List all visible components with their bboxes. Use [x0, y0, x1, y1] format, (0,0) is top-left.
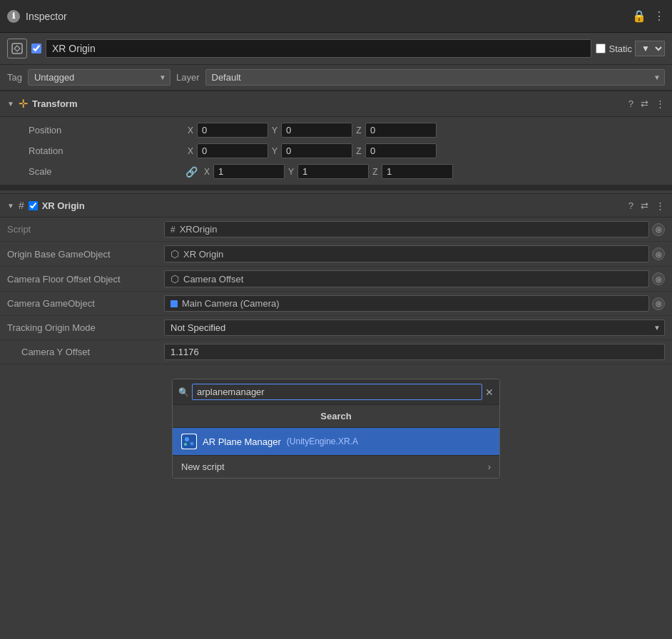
camera-floor-row: Camera Floor Offset Object ⬡ Camera Offs… [0, 267, 672, 292]
ar-plane-manager-icon [182, 434, 196, 449]
scale-label: Scale [29, 166, 185, 177]
xr-dots-icon[interactable]: ⋮ [656, 200, 665, 211]
xr-script-icon: # [19, 200, 24, 211]
camera-floor-target-btn[interactable]: ◎ [652, 272, 665, 285]
script-target-btn[interactable]: ◎ [652, 223, 665, 236]
xr-title: XR Origin [42, 200, 85, 211]
tracking-row: Tracking Origin Mode Not Specified ▼ [0, 316, 672, 340]
scale-z-input[interactable] [382, 164, 453, 179]
transform-help-icon[interactable]: ? [628, 98, 633, 109]
scale-lock-icon[interactable]: 🔗 [185, 166, 198, 178]
camera-y-input[interactable] [164, 344, 665, 360]
pos-y-label: Y [270, 126, 280, 136]
camera-y-row: Camera Y Offset [0, 340, 672, 364]
separator-1 [0, 185, 672, 190]
camera-floor-wrapper: ⬡ Camera Offset ◎ [164, 270, 665, 287]
lock-icon[interactable]: 🔒 [632, 9, 646, 23]
add-component-area: 🔍 ✕ Search AR Plane Manager (UnityEngine… [0, 364, 672, 486]
component-search-input[interactable] [192, 384, 482, 400]
rot-z-label: Z [354, 146, 364, 156]
search-label-row: Search [173, 405, 499, 428]
go-name-input[interactable] [46, 39, 591, 58]
transform-settings-icon[interactable]: ⇄ [641, 98, 648, 109]
scale-x-label: X [202, 167, 212, 177]
scale-y-input[interactable] [297, 164, 369, 179]
tag-dropdown-wrapper: Untagged ▼ [28, 69, 170, 86]
search-clear-button[interactable]: ✕ [485, 387, 494, 398]
pos-x-input[interactable] [197, 123, 268, 138]
scale-row: Scale 🔗 X Y Z [0, 161, 672, 182]
rotation-label: Rotation [29, 145, 185, 156]
camera-go-value: Main Camera (Camera) [164, 295, 649, 312]
xr-origin-section-header: ▼ # XR Origin ? ⇄ ⋮ [0, 193, 672, 218]
info-icon: ℹ [7, 10, 20, 23]
svg-rect-0 [12, 44, 22, 53]
svg-rect-1 [182, 434, 196, 449]
static-label: Static [609, 44, 632, 54]
camera-go-label: Camera GameObject [7, 298, 164, 309]
xr-active-checkbox[interactable] [29, 201, 38, 210]
camera-go-row: Camera GameObject Main Camera (Camera) ◎ [0, 292, 672, 316]
ar-plane-manager-result[interactable]: AR Plane Manager (UnityEngine.XR.A [173, 428, 499, 455]
tracking-select[interactable]: Not Specified [164, 320, 665, 336]
pos-z-label: Z [354, 126, 364, 136]
svg-point-3 [190, 442, 194, 446]
xr-collapse-arrow[interactable]: ▼ [7, 202, 14, 210]
script-label: Script [7, 224, 164, 235]
go-header: Static ▼ [0, 33, 672, 65]
layer-label: Layer [176, 72, 200, 83]
camera-color-icon [170, 300, 178, 307]
position-row: Position X Y Z [0, 120, 672, 140]
svg-point-2 [185, 437, 189, 441]
go-icon [7, 39, 27, 58]
search-label: Search [320, 411, 351, 421]
xr-help-icon[interactable]: ? [628, 200, 633, 211]
new-script-label: New script [181, 461, 225, 472]
origin-base-target-btn[interactable]: ◎ [652, 247, 665, 260]
pos-x-label: X [185, 126, 195, 136]
layer-select[interactable]: Default [205, 69, 666, 86]
tracking-select-wrapper: Not Specified ▼ [164, 320, 665, 336]
pos-y-input[interactable] [281, 123, 352, 138]
new-script-arrow: › [488, 462, 491, 472]
rot-x-input[interactable] [197, 143, 268, 158]
rotation-fields: X Y Z [185, 143, 665, 158]
camera-floor-value: ⬡ Camera Offset [164, 270, 649, 287]
rot-x-label: X [185, 146, 195, 156]
ar-plane-manager-icon-box [181, 434, 197, 449]
camera-floor-go-icon: ⬡ [170, 273, 179, 285]
ar-plane-manager-name: AR Plane Manager [203, 436, 281, 447]
script-value-wrapper: # XROrigin ◎ [164, 221, 665, 237]
static-dropdown[interactable]: ▼ [635, 41, 665, 56]
xr-origin-section: ▼ # XR Origin ? ⇄ ⋮ Script # XROrigin ◎ … [0, 193, 672, 364]
pos-z-input[interactable] [365, 123, 437, 138]
static-checkbox[interactable] [596, 44, 606, 53]
rot-z-input[interactable] [365, 143, 437, 158]
rotation-row: Rotation X Y Z [0, 140, 672, 161]
tag-label: Tag [7, 72, 22, 83]
origin-base-row: Origin Base GameObject ⬡ XR Origin ◎ [0, 242, 672, 267]
rot-y-label: Y [270, 146, 280, 156]
scale-x-input[interactable] [213, 164, 285, 179]
title-menu-icon[interactable]: ⋮ [653, 9, 665, 23]
camera-go-target-btn[interactable]: ◎ [652, 297, 665, 310]
transform-title: Transform [32, 98, 78, 109]
camera-go-wrapper: Main Camera (Camera) ◎ [164, 295, 665, 312]
new-script-row[interactable]: New script › [173, 455, 499, 478]
search-icon: 🔍 [178, 387, 189, 397]
tag-select[interactable]: Untagged [28, 69, 170, 86]
origin-base-go-icon: ⬡ [170, 248, 179, 260]
layer-dropdown-wrapper: Default ▼ [205, 69, 666, 86]
scale-y-label: Y [286, 167, 296, 177]
component-search-row: 🔍 ✕ [173, 379, 499, 405]
transform-dots-icon[interactable]: ⋮ [656, 98, 665, 109]
transform-collapse-arrow[interactable]: ▼ [7, 100, 14, 108]
script-value: # XROrigin [164, 221, 649, 237]
go-active-checkbox[interactable] [31, 44, 41, 53]
xr-settings-icon[interactable]: ⇄ [641, 200, 648, 211]
scale-z-label: Z [370, 167, 380, 177]
script-hash-icon: # [170, 225, 175, 235]
script-row: Script # XROrigin ◎ [0, 218, 672, 242]
origin-base-label: Origin Base GameObject [7, 249, 164, 260]
rot-y-input[interactable] [281, 143, 352, 158]
